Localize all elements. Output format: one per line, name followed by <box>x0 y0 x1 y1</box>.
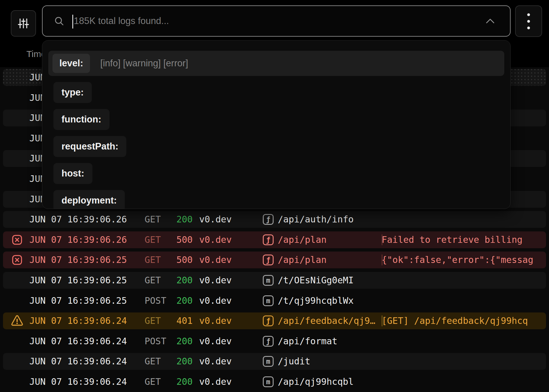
timestamp-cell: JUN 07 16:39:06.24 <box>29 373 127 390</box>
path-cell: /api/plan <box>278 252 327 268</box>
path-cell: /judit <box>278 353 310 370</box>
function-icon: ƒ <box>263 315 274 326</box>
sliders-icon <box>17 17 30 30</box>
log-row[interactable]: JUN 07 16:39:06.26GET200v0.devƒ/api/auth… <box>3 211 546 228</box>
host-cell: v0.dev <box>199 272 232 289</box>
chevron-up-icon[interactable] <box>485 18 496 24</box>
middleware-icon: m <box>263 295 274 306</box>
search-input[interactable] <box>43 6 510 36</box>
function-glyph: ƒ <box>266 255 270 264</box>
message-cell: {"ok":false,"error":{"messag <box>382 252 545 268</box>
suggestion-deployment[interactable]: deployment: <box>53 190 125 209</box>
method-cell: GET <box>145 272 161 289</box>
status-cell: 200 <box>176 353 193 370</box>
logs-screen: Timestamp JUNJUNJUNJUNJUNJUNJUNJUN 07 16… <box>0 0 549 392</box>
timestamp-cell: JUN 07 16:39:06.25 <box>29 272 127 289</box>
function-icon: ƒ <box>263 214 274 225</box>
status-cell: 500 <box>176 252 193 268</box>
path-cell: /api/feedback/qj9… <box>278 312 375 329</box>
path-cell: /t/OEsNiGg0eMI <box>278 272 354 289</box>
log-row[interactable]: JUN 07 16:39:06.26GET500v0.devƒ/api/plan… <box>3 231 546 248</box>
function-icon: ƒ <box>263 336 274 347</box>
message-cell: Failed to retrieve billing <box>382 231 545 248</box>
suggestion-level[interactable]: level:[info] [warning] [error] <box>48 51 504 76</box>
timestamp-cell: JUN 07 16:39:06.25 <box>29 292 127 309</box>
suggestion-requestPath-item: requestPath: <box>53 136 126 157</box>
toolbar <box>0 0 549 42</box>
method-cell: GET <box>145 353 161 370</box>
path-cell: /api/auth/info <box>278 211 354 228</box>
timestamp-cell: JUN 07 16:39:06.25 <box>29 252 127 268</box>
host-cell: v0.dev <box>199 353 232 370</box>
function-glyph: ƒ <box>266 235 270 244</box>
error-level-icon <box>10 252 24 268</box>
message-text: [GET] /api/feedback/qj99hcq <box>382 312 528 329</box>
middleware-glyph: m <box>266 377 270 386</box>
host-cell: v0.dev <box>199 312 232 329</box>
filter-button[interactable] <box>11 10 36 37</box>
suggestion-level-hint: [info] [warning] [error] <box>100 58 188 69</box>
suggestion-type-item: type: <box>53 82 92 103</box>
error-level-icon <box>10 231 24 248</box>
host-cell: v0.dev <box>199 231 232 248</box>
message-text: {"ok":false,"error":{"messag <box>382 252 533 268</box>
timestamp-cell: JUN 07 16:39:06.24 <box>29 353 127 370</box>
error-icon <box>11 254 23 266</box>
method-cell: GET <box>145 312 161 329</box>
status-cell: 200 <box>176 333 193 350</box>
path-cell: /t/qj99hcqblWx <box>278 292 354 309</box>
log-row[interactable]: JUN 07 16:39:06.25GET500v0.devƒ/api/plan… <box>3 252 546 268</box>
warning-level-icon <box>10 312 24 329</box>
suggestion-function-item: function: <box>53 109 110 130</box>
middleware-icon: m <box>263 275 274 286</box>
error-icon <box>11 234 23 246</box>
log-row[interactable]: JUN 07 16:39:06.24POST200v0.devƒ/api/for… <box>3 333 546 350</box>
filter-suggestions-dropdown: level:[info] [warning] [error]type:funct… <box>42 40 511 209</box>
status-cell: 500 <box>176 231 193 248</box>
message-divider <box>382 315 382 326</box>
suggestion-host-item: host: <box>53 163 92 184</box>
method-cell: GET <box>145 373 161 390</box>
function-icon: ƒ <box>263 255 274 265</box>
function-glyph: ƒ <box>266 337 270 346</box>
message-divider <box>382 234 382 245</box>
middleware-icon: m <box>263 376 274 387</box>
suggestion-type[interactable]: type: <box>53 82 92 103</box>
middleware-glyph: m <box>266 276 270 285</box>
log-row[interactable]: JUN 07 16:39:06.25POST200v0.devm/t/qj99h… <box>3 292 546 309</box>
middleware-glyph: m <box>266 296 270 305</box>
log-row[interactable]: JUN 07 16:39:06.24GET200v0.devm/judit <box>3 353 546 370</box>
method-cell: POST <box>145 333 166 350</box>
middleware-glyph: m <box>266 357 270 366</box>
path-cell: /api/format <box>278 333 338 350</box>
host-cell: v0.dev <box>199 252 232 268</box>
function-glyph: ƒ <box>266 215 270 224</box>
host-cell: v0.dev <box>199 373 232 390</box>
log-row[interactable]: JUN 07 16:39:06.25GET200v0.devm/t/OEsNiG… <box>3 272 546 289</box>
path-cell: /api/qj99hcqbl <box>278 373 354 390</box>
timestamp-cell: JUN 07 16:39:06.24 <box>29 333 127 350</box>
method-cell: POST <box>145 292 166 309</box>
path-cell: /api/plan <box>278 231 327 248</box>
timestamp-cell: JUN 07 16:39:06.24 <box>29 312 127 329</box>
status-cell: 200 <box>176 373 193 390</box>
message-cell: [GET] /api/feedback/qj99hcq <box>382 312 545 329</box>
suggestion-requestPath[interactable]: requestPath: <box>53 136 126 157</box>
more-options-button[interactable] <box>515 5 542 37</box>
function-glyph: ƒ <box>266 316 270 325</box>
host-cell: v0.dev <box>199 333 232 350</box>
suggestion-host[interactable]: host: <box>53 163 92 184</box>
method-cell: GET <box>145 231 161 248</box>
method-cell: GET <box>145 211 161 228</box>
suggestion-function[interactable]: function: <box>53 109 110 130</box>
message-text: Failed to retrieve billing <box>382 231 523 248</box>
suggestion-level-pill[interactable]: level: <box>52 54 90 73</box>
log-row[interactable]: JUN 07 16:39:06.24GET200v0.devm/api/qj99… <box>3 373 546 390</box>
log-row[interactable]: JUN 07 16:39:06.24GET401v0.devƒ/api/feed… <box>3 312 546 329</box>
status-cell: 200 <box>176 211 193 228</box>
timestamp-cell: JUN 07 16:39:06.26 <box>29 211 127 228</box>
kebab-icon <box>526 12 531 31</box>
suggestion-deployment-item: deployment: <box>53 190 125 209</box>
timestamp-cell: JUN 07 16:39:06.26 <box>29 231 127 248</box>
method-cell: GET <box>145 252 161 268</box>
